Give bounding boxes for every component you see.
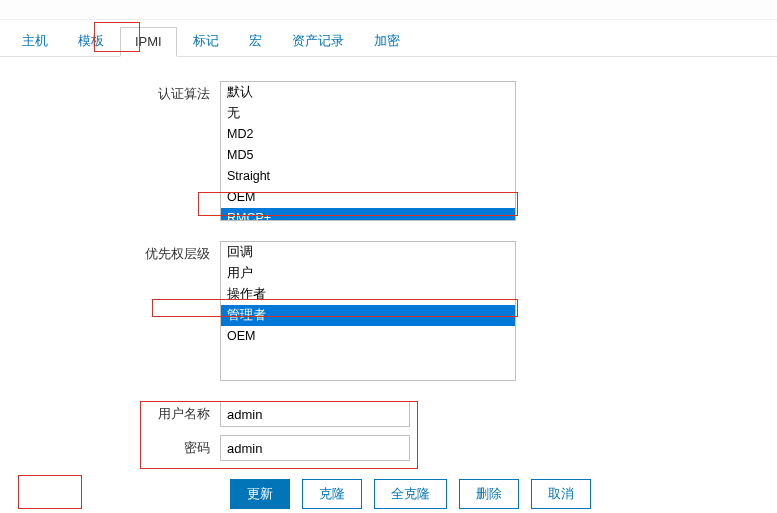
priv-option-oem[interactable]: OEM: [221, 326, 515, 347]
username-label: 用户名称: [20, 405, 220, 423]
auth-option-md2[interactable]: MD2: [221, 124, 515, 145]
update-button[interactable]: 更新: [230, 479, 290, 509]
delete-button[interactable]: 删除: [459, 479, 519, 509]
clone-button[interactable]: 克隆: [302, 479, 362, 509]
auth-option-md5[interactable]: MD5: [221, 145, 515, 166]
tab-encryption[interactable]: 加密: [360, 26, 414, 56]
priv-level-label: 优先权层级: [20, 241, 220, 263]
tab-template[interactable]: 模板: [64, 26, 118, 56]
tab-strip: 主机 模板 IPMI 标记 宏 资产记录 加密: [0, 20, 777, 57]
priv-option-admin[interactable]: 管理者: [221, 305, 515, 326]
tab-ipmi[interactable]: IPMI: [120, 27, 177, 57]
auth-option-default[interactable]: 默认: [221, 82, 515, 103]
auth-option-straight[interactable]: Straight: [221, 166, 515, 187]
button-row: 更新 克隆 全克隆 删除 取消: [20, 479, 757, 509]
top-breadcrumb-bar: [0, 0, 777, 20]
auth-option-oem[interactable]: OEM: [221, 187, 515, 208]
priv-level-listbox[interactable]: 回调 用户 操作者 管理者 OEM: [220, 241, 516, 381]
tab-inventory[interactable]: 资产记录: [278, 26, 358, 56]
form-content: 认证算法 默认 无 MD2 MD5 Straight OEM RMCP+ 优先权…: [0, 57, 777, 513]
priv-option-user[interactable]: 用户: [221, 263, 515, 284]
password-input[interactable]: [220, 435, 410, 461]
tab-macros[interactable]: 宏: [235, 26, 276, 56]
full-clone-button[interactable]: 全克隆: [374, 479, 447, 509]
tab-tags[interactable]: 标记: [179, 26, 233, 56]
priv-option-callback[interactable]: 回调: [221, 242, 515, 263]
priv-option-operator[interactable]: 操作者: [221, 284, 515, 305]
row-priv-level: 优先权层级 回调 用户 操作者 管理者 OEM: [20, 241, 757, 381]
password-label: 密码: [20, 439, 220, 457]
auth-option-none[interactable]: 无: [221, 103, 515, 124]
row-password: 密码: [20, 435, 757, 461]
row-username: 用户名称: [20, 401, 757, 427]
tab-host[interactable]: 主机: [8, 26, 62, 56]
username-input[interactable]: [220, 401, 410, 427]
cancel-button[interactable]: 取消: [531, 479, 591, 509]
row-auth-algo: 认证算法 默认 无 MD2 MD5 Straight OEM RMCP+: [20, 81, 757, 221]
auth-option-rmcp[interactable]: RMCP+: [221, 208, 515, 221]
auth-algo-listbox[interactable]: 默认 无 MD2 MD5 Straight OEM RMCP+: [220, 81, 516, 221]
auth-algo-label: 认证算法: [20, 81, 220, 103]
